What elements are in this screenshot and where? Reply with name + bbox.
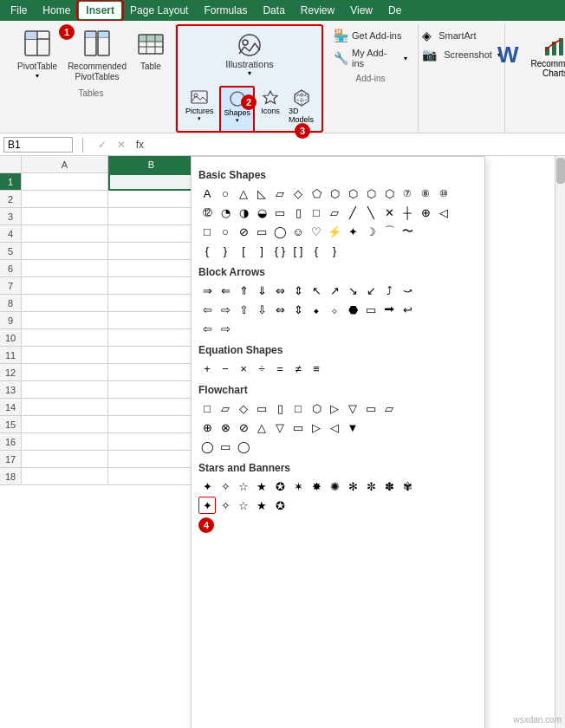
star-outline[interactable]: ☆ [235,478,252,495]
flow-terminator[interactable]: ▽ [344,400,361,417]
menu-pagelayout[interactable]: Page Layout [123,2,195,19]
arrow-downleft[interactable]: ↙ [362,282,380,299]
recommend-charts-button[interactable]: RecommendCharts [525,28,565,81]
star-5pt[interactable]: ✧ [217,478,234,495]
shape-circle2[interactable]: ○ [217,223,234,240]
get-addins-button[interactable]: 🏪 Get Add-ins [330,28,405,43]
shape-halfframe[interactable]: ▯ [289,204,307,221]
cell-A16[interactable] [22,433,108,451]
flow-directaccess[interactable]: ▭ [217,438,234,455]
shape-chord[interactable]: ◑ [235,204,252,221]
menu-review[interactable]: Review [294,2,341,19]
icons-button[interactable]: Icons [258,86,282,133]
shape-num10[interactable]: ⑩ [435,185,452,202]
shape-circle3[interactable]: ◯ [271,223,289,240]
shape-brace3[interactable]: } [326,242,343,259]
cell-B8[interactable] [108,295,195,312]
shape-plus[interactable]: ╱ [344,204,361,221]
shape-pie[interactable]: ◔ [217,204,234,221]
arrow-blockleftright[interactable]: ⇔ [271,301,289,318]
eq-plus[interactable]: + [198,360,216,377]
shape-num7[interactable]: ⑦ [399,185,416,202]
cell-A1[interactable] [22,173,108,191]
col-header-B[interactable]: B [108,156,195,173]
shape-diagonalcorner[interactable]: ▱ [326,204,343,221]
cell-B7[interactable] [108,277,195,295]
shape-brace2[interactable]: { [308,242,325,259]
flow-manual[interactable]: ▱ [380,400,398,417]
cell-B13[interactable] [108,381,195,399]
shape-lightning[interactable]: ⚡ [326,223,343,240]
pictures-button[interactable]: Pictures ▾ [183,86,217,133]
shape-num8[interactable]: ⑧ [417,185,434,202]
star-16pt[interactable]: ✼ [362,478,380,495]
flow-preparation[interactable]: ▭ [362,400,380,417]
banner-right[interactable]: ☆ [235,497,252,514]
cell-A5[interactable] [22,243,108,260]
star-7pt[interactable]: ✶ [289,478,307,495]
arrow-down[interactable]: ⇓ [253,282,270,299]
cell-A6[interactable] [22,260,108,277]
arrow-stripedright[interactable]: ▭ [362,301,380,318]
shape-diamond[interactable]: ◇ [289,185,307,202]
shape-corner[interactable]: □ [308,204,325,221]
eq-equals[interactable]: = [271,360,289,377]
arrow-upleft[interactable]: ↖ [308,282,325,299]
flow-delay[interactable]: ◁ [326,419,343,436]
my-addins-button[interactable]: 🔧 My Add-ins ▾ [330,47,411,69]
shape-cross[interactable]: ┼ [399,204,416,221]
cell-B18[interactable] [108,468,195,485]
vertical-scrollbar[interactable] [555,156,565,728]
word-button[interactable]: W [494,42,523,68]
menu-view[interactable]: View [343,2,380,19]
arrow-curved[interactable]: ⤻ [399,282,416,299]
arrow-circular[interactable]: ⇨ [217,320,234,337]
shape-teardrop[interactable]: ◒ [253,204,270,221]
cell-B12[interactable] [108,364,195,381]
star-12pt[interactable]: ✻ [344,478,361,495]
flow-merge[interactable]: ▭ [289,419,307,436]
arrow-chevron[interactable]: ⬦ [326,301,343,318]
col-header-A[interactable]: A [22,156,108,173]
flow-extract[interactable]: ▽ [271,419,289,436]
shape-brace-right[interactable]: } [217,242,234,259]
cell-B10[interactable] [108,329,195,347]
menu-home[interactable]: Home [36,2,77,19]
cell-B4[interactable] [108,225,195,243]
screenshot-button[interactable]: 📷 Screenshot ▾ [419,47,504,62]
star-8pt[interactable]: ✸ [308,478,325,495]
banner-down[interactable]: ✪ [271,497,289,514]
star-32pt[interactable]: ✾ [399,478,416,495]
pivot-table-button[interactable]: PivotTable ▾ [14,28,61,81]
flow-sequential[interactable]: ▼ [344,419,361,436]
flow-decision[interactable]: ◇ [235,400,252,417]
cell-B3[interactable] [108,208,195,225]
arrow-blockleft[interactable]: ⇦ [198,301,216,318]
eq-times[interactable]: × [235,360,252,377]
arrow-180[interactable]: ↩ [399,301,416,318]
shape-crossx[interactable]: ✕ [380,204,398,221]
arrow-notch[interactable]: ⬣ [344,301,361,318]
shape-pentagon[interactable]: ⬠ [308,185,325,202]
cell-A10[interactable] [22,329,108,347]
arrow-downright[interactable]: ↘ [344,282,361,299]
flow-alt-process[interactable]: ▱ [217,400,234,417]
flow-magdisk[interactable]: ◯ [198,438,216,455]
shape-arc[interactable]: ⌒ [380,223,398,240]
star-6pt[interactable]: ✪ [271,478,289,495]
star-24pt[interactable]: ✽ [380,478,398,495]
arrow-pentagon[interactable]: ⬥ [308,301,325,318]
flow-display[interactable]: ◯ [235,438,252,455]
banner-left[interactable]: ✧ [217,497,234,514]
cell-B14[interactable] [108,399,195,416]
shape-no[interactable]: ⊘ [235,223,252,240]
cell-B16[interactable] [108,433,195,451]
shape-bracket-pair[interactable]: [ ] [289,242,307,259]
cell-B2[interactable] [108,191,195,208]
cell-A13[interactable] [22,381,108,399]
shape-brace-left[interactable]: { [198,242,216,259]
cell-B6[interactable] [108,260,195,277]
menu-de[interactable]: De [381,2,408,19]
shape-octagon[interactable]: ⬡ [362,185,380,202]
cell-A11[interactable] [22,347,108,364]
